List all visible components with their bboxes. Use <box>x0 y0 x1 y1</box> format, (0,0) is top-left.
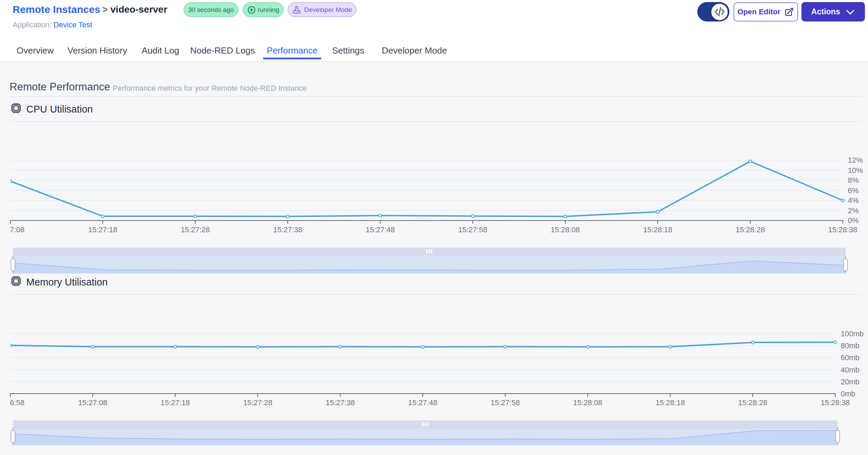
svg-text:15:28:18: 15:28:18 <box>656 398 685 407</box>
svg-text:15:27:08: 15:27:08 <box>78 398 108 407</box>
svg-text:20mb: 20mb <box>841 378 859 386</box>
svg-text:0%: 0% <box>848 216 859 225</box>
svg-text:4%: 4% <box>848 196 859 205</box>
svg-text:15:27:48: 15:27:48 <box>366 225 395 234</box>
svg-text:15:27:28: 15:27:28 <box>243 398 272 407</box>
svg-text:15:28:38: 15:28:38 <box>828 225 857 234</box>
svg-text:7:08: 7:08 <box>10 225 25 234</box>
svg-text:15:27:18: 15:27:18 <box>88 225 117 234</box>
svg-text:15:28:08: 15:28:08 <box>573 398 602 407</box>
svg-text:15:28:28: 15:28:28 <box>738 398 767 407</box>
svg-text:6%: 6% <box>848 186 859 195</box>
svg-text:15:28:08: 15:28:08 <box>551 225 580 234</box>
svg-text:15:27:28: 15:27:28 <box>181 225 210 234</box>
svg-text:10%: 10% <box>848 166 863 175</box>
svg-text:15:28:18: 15:28:18 <box>643 225 672 234</box>
svg-text:15:27:58: 15:27:58 <box>490 398 520 407</box>
svg-text:15:27:18: 15:27:18 <box>161 398 190 407</box>
svg-text:15:27:48: 15:27:48 <box>408 398 438 407</box>
svg-text:100mb: 100mb <box>841 329 864 338</box>
svg-text:60mb: 60mb <box>841 353 859 362</box>
svg-text:6:58: 6:58 <box>10 398 25 407</box>
svg-text:15:27:58: 15:27:58 <box>458 225 487 234</box>
svg-text:80mb: 80mb <box>841 341 859 350</box>
svg-text:15:28:28: 15:28:28 <box>736 225 765 234</box>
svg-text:15:27:38: 15:27:38 <box>273 225 302 234</box>
svg-text:8%: 8% <box>848 176 859 185</box>
svg-text:0mb: 0mb <box>841 390 855 398</box>
svg-text:40mb: 40mb <box>841 366 859 374</box>
svg-text:15:28:38: 15:28:38 <box>821 398 850 407</box>
svg-text:2%: 2% <box>848 206 859 215</box>
svg-text:12%: 12% <box>848 156 863 164</box>
svg-text:15:27:38: 15:27:38 <box>326 398 355 407</box>
